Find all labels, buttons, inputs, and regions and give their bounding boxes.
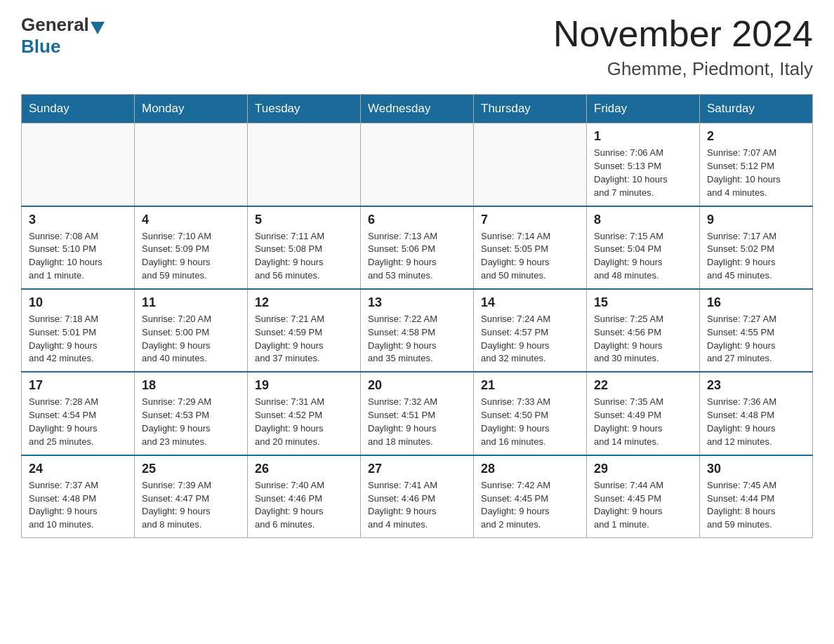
calendar-cell	[22, 123, 135, 206]
day-number: 8	[594, 213, 692, 227]
calendar-cell: 18Sunrise: 7:29 AM Sunset: 4:53 PM Dayli…	[135, 372, 248, 455]
calendar-cell: 24Sunrise: 7:37 AM Sunset: 4:48 PM Dayli…	[22, 455, 135, 538]
day-number: 23	[707, 378, 805, 393]
day-number: 18	[142, 378, 240, 393]
day-info: Sunrise: 7:29 AM Sunset: 4:53 PM Dayligh…	[142, 396, 240, 448]
day-number: 17	[29, 378, 127, 393]
day-info: Sunrise: 7:42 AM Sunset: 4:45 PM Dayligh…	[481, 479, 579, 532]
day-info: Sunrise: 7:45 AM Sunset: 4:44 PM Dayligh…	[707, 479, 805, 532]
day-number: 2	[707, 129, 805, 144]
weekday-header-friday: Friday	[587, 95, 700, 123]
day-info: Sunrise: 7:35 AM Sunset: 4:49 PM Dayligh…	[594, 396, 692, 448]
calendar-cell: 13Sunrise: 7:22 AM Sunset: 4:58 PM Dayli…	[361, 289, 474, 372]
day-number: 14	[481, 295, 579, 310]
day-number: 29	[594, 462, 692, 476]
day-number: 19	[255, 378, 353, 393]
calendar-cell: 22Sunrise: 7:35 AM Sunset: 4:49 PM Dayli…	[587, 372, 700, 455]
week-row-2: 3Sunrise: 7:08 AM Sunset: 5:10 PM Daylig…	[22, 206, 813, 289]
day-info: Sunrise: 7:20 AM Sunset: 5:00 PM Dayligh…	[142, 313, 240, 365]
weekday-header-tuesday: Tuesday	[248, 95, 361, 123]
day-info: Sunrise: 7:37 AM Sunset: 4:48 PM Dayligh…	[29, 479, 127, 532]
main-title: November 2024	[553, 14, 813, 54]
calendar-cell: 9Sunrise: 7:17 AM Sunset: 5:02 PM Daylig…	[700, 206, 813, 289]
day-info: Sunrise: 7:27 AM Sunset: 4:55 PM Dayligh…	[707, 313, 805, 365]
day-info: Sunrise: 7:21 AM Sunset: 4:59 PM Dayligh…	[255, 313, 353, 365]
page-header: General Blue November 2024 Ghemme, Piedm…	[21, 14, 813, 80]
calendar-cell: 14Sunrise: 7:24 AM Sunset: 4:57 PM Dayli…	[474, 289, 587, 372]
day-info: Sunrise: 7:44 AM Sunset: 4:45 PM Dayligh…	[594, 479, 692, 532]
calendar-cell: 5Sunrise: 7:11 AM Sunset: 5:08 PM Daylig…	[248, 206, 361, 289]
day-number: 12	[255, 295, 353, 310]
logo-arrow-icon	[91, 22, 105, 34]
calendar-cell: 3Sunrise: 7:08 AM Sunset: 5:10 PM Daylig…	[22, 206, 135, 289]
day-info: Sunrise: 7:08 AM Sunset: 5:10 PM Dayligh…	[29, 230, 127, 283]
calendar-cell: 30Sunrise: 7:45 AM Sunset: 4:44 PM Dayli…	[700, 455, 813, 538]
weekday-header-monday: Monday	[135, 95, 248, 123]
calendar-cell: 26Sunrise: 7:40 AM Sunset: 4:46 PM Dayli…	[248, 455, 361, 538]
weekday-header-row: SundayMondayTuesdayWednesdayThursdayFrid…	[22, 95, 813, 123]
calendar-cell: 19Sunrise: 7:31 AM Sunset: 4:52 PM Dayli…	[248, 372, 361, 455]
day-info: Sunrise: 7:40 AM Sunset: 4:46 PM Dayligh…	[255, 479, 353, 532]
day-info: Sunrise: 7:32 AM Sunset: 4:51 PM Dayligh…	[368, 396, 466, 448]
day-info: Sunrise: 7:24 AM Sunset: 4:57 PM Dayligh…	[481, 313, 579, 365]
calendar-cell: 1Sunrise: 7:06 AM Sunset: 5:13 PM Daylig…	[587, 123, 700, 206]
weekday-header-thursday: Thursday	[474, 95, 587, 123]
calendar-cell: 25Sunrise: 7:39 AM Sunset: 4:47 PM Dayli…	[135, 455, 248, 538]
calendar-cell: 7Sunrise: 7:14 AM Sunset: 5:05 PM Daylig…	[474, 206, 587, 289]
calendar-cell: 11Sunrise: 7:20 AM Sunset: 5:00 PM Dayli…	[135, 289, 248, 372]
calendar-cell: 15Sunrise: 7:25 AM Sunset: 4:56 PM Dayli…	[587, 289, 700, 372]
week-row-4: 17Sunrise: 7:28 AM Sunset: 4:54 PM Dayli…	[22, 372, 813, 455]
calendar-cell: 2Sunrise: 7:07 AM Sunset: 5:12 PM Daylig…	[700, 123, 813, 206]
calendar-cell: 29Sunrise: 7:44 AM Sunset: 4:45 PM Dayli…	[587, 455, 700, 538]
day-info: Sunrise: 7:15 AM Sunset: 5:04 PM Dayligh…	[594, 230, 692, 283]
day-number: 11	[142, 295, 240, 310]
subtitle: Ghemme, Piedmont, Italy	[553, 58, 813, 80]
calendar-cell: 16Sunrise: 7:27 AM Sunset: 4:55 PM Dayli…	[700, 289, 813, 372]
calendar-cell: 28Sunrise: 7:42 AM Sunset: 4:45 PM Dayli…	[474, 455, 587, 538]
day-number: 5	[255, 213, 353, 227]
calendar-cell: 27Sunrise: 7:41 AM Sunset: 4:46 PM Dayli…	[361, 455, 474, 538]
day-number: 27	[368, 462, 466, 476]
day-info: Sunrise: 7:06 AM Sunset: 5:13 PM Dayligh…	[594, 147, 692, 199]
day-info: Sunrise: 7:14 AM Sunset: 5:05 PM Dayligh…	[481, 230, 579, 283]
day-number: 30	[707, 462, 805, 476]
calendar-cell: 10Sunrise: 7:18 AM Sunset: 5:01 PM Dayli…	[22, 289, 135, 372]
calendar-cell: 4Sunrise: 7:10 AM Sunset: 5:09 PM Daylig…	[135, 206, 248, 289]
calendar-cell: 17Sunrise: 7:28 AM Sunset: 4:54 PM Dayli…	[22, 372, 135, 455]
day-info: Sunrise: 7:31 AM Sunset: 4:52 PM Dayligh…	[255, 396, 353, 448]
day-number: 22	[594, 378, 692, 393]
day-number: 1	[594, 129, 692, 144]
day-info: Sunrise: 7:07 AM Sunset: 5:12 PM Dayligh…	[707, 147, 805, 199]
day-number: 3	[29, 213, 127, 227]
week-row-1: 1Sunrise: 7:06 AM Sunset: 5:13 PM Daylig…	[22, 123, 813, 206]
weekday-header-sunday: Sunday	[22, 95, 135, 123]
day-number: 21	[481, 378, 579, 393]
week-row-5: 24Sunrise: 7:37 AM Sunset: 4:48 PM Dayli…	[22, 455, 813, 538]
logo: General Blue	[21, 14, 106, 58]
title-block: November 2024 Ghemme, Piedmont, Italy	[553, 14, 813, 80]
day-info: Sunrise: 7:13 AM Sunset: 5:06 PM Dayligh…	[368, 230, 466, 283]
calendar-table: SundayMondayTuesdayWednesdayThursdayFrid…	[21, 94, 813, 538]
day-number: 15	[594, 295, 692, 310]
day-info: Sunrise: 7:18 AM Sunset: 5:01 PM Dayligh…	[29, 313, 127, 365]
calendar-cell: 12Sunrise: 7:21 AM Sunset: 4:59 PM Dayli…	[248, 289, 361, 372]
day-info: Sunrise: 7:10 AM Sunset: 5:09 PM Dayligh…	[142, 230, 240, 283]
calendar-cell: 23Sunrise: 7:36 AM Sunset: 4:48 PM Dayli…	[700, 372, 813, 455]
day-info: Sunrise: 7:28 AM Sunset: 4:54 PM Dayligh…	[29, 396, 127, 448]
logo-general-text: General	[21, 14, 89, 36]
day-number: 6	[368, 213, 466, 227]
logo-blue-text: Blue	[21, 36, 60, 58]
day-number: 7	[481, 213, 579, 227]
calendar-cell: 20Sunrise: 7:32 AM Sunset: 4:51 PM Dayli…	[361, 372, 474, 455]
calendar-cell	[474, 123, 587, 206]
day-info: Sunrise: 7:22 AM Sunset: 4:58 PM Dayligh…	[368, 313, 466, 365]
day-number: 16	[707, 295, 805, 310]
day-number: 28	[481, 462, 579, 476]
day-number: 9	[707, 213, 805, 227]
day-info: Sunrise: 7:25 AM Sunset: 4:56 PM Dayligh…	[594, 313, 692, 365]
calendar-cell	[361, 123, 474, 206]
calendar-cell	[135, 123, 248, 206]
day-number: 10	[29, 295, 127, 310]
day-number: 26	[255, 462, 353, 476]
day-number: 4	[142, 213, 240, 227]
